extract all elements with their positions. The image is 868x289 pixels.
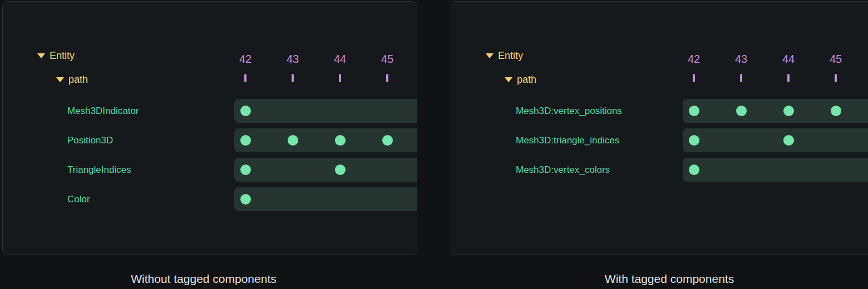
component-label[interactable]: Mesh3DIndicator	[67, 99, 139, 123]
tree-item-path[interactable]: path	[68, 74, 88, 86]
tree-item-entity[interactable]: Entity	[498, 50, 523, 62]
event-dot[interactable]	[831, 106, 841, 116]
timeline-tick-mark	[835, 74, 837, 82]
event-dot[interactable]	[736, 106, 747, 116]
timeline-tick-mark	[292, 74, 294, 82]
collapse-triangle-icon[interactable]	[56, 77, 64, 82]
timeline-tick-label[interactable]: 45	[830, 52, 842, 66]
event-density-bar[interactable]	[683, 99, 868, 123]
event-density-bar[interactable]	[234, 158, 417, 182]
event-dot[interactable]	[689, 106, 699, 116]
event-dot[interactable]	[335, 165, 346, 175]
event-dot[interactable]	[689, 135, 699, 146]
event-dot[interactable]	[240, 194, 251, 205]
tree-item-path[interactable]: path	[517, 74, 536, 86]
timeline-tick-label[interactable]: 45	[381, 52, 393, 66]
component-label[interactable]: TriangleIndices	[67, 158, 131, 182]
event-dot[interactable]	[240, 135, 251, 146]
timeline-tick-mark	[244, 74, 246, 82]
timeline-tick-label[interactable]: 43	[287, 52, 299, 66]
tree-item-entity[interactable]: Entity	[50, 50, 75, 62]
timeline-panel-with-tags: Entity path 42434445 Mesh3D:vertex_posit…	[451, 1, 868, 255]
event-dot[interactable]	[240, 106, 251, 116]
timeline-tick-mark	[386, 74, 388, 82]
component-label[interactable]: Position3D	[67, 128, 113, 152]
timeline-tick-mark	[740, 74, 742, 82]
event-dot[interactable]	[288, 135, 298, 146]
component-label[interactable]: Mesh3D:vertex_positions	[516, 99, 622, 123]
timeline-panel-without-tags: Entity path 42434445 Mesh3DIndicatorPosi…	[2, 1, 417, 255]
event-dot[interactable]	[689, 165, 699, 175]
collapse-triangle-icon[interactable]	[505, 77, 512, 82]
timeline-tick-label[interactable]: 44	[782, 52, 795, 66]
event-dot[interactable]	[335, 135, 346, 146]
figure-caption: Without tagged components	[131, 272, 277, 286]
event-dot[interactable]	[240, 165, 251, 175]
timeline-tick-mark	[787, 74, 790, 82]
figure-caption: With tagged components	[605, 272, 734, 286]
collapse-triangle-icon[interactable]	[486, 53, 494, 58]
event-dot[interactable]	[783, 106, 794, 116]
timeline-tick-label[interactable]: 43	[735, 52, 747, 66]
timeline-tick-label[interactable]: 42	[688, 52, 700, 66]
event-density-bar[interactable]	[234, 187, 417, 211]
component-label[interactable]: Color	[67, 187, 90, 211]
collapse-triangle-icon[interactable]	[37, 53, 45, 58]
timeline-tick-mark	[693, 74, 695, 82]
component-label[interactable]: Mesh3D:vertex_colors	[516, 158, 610, 182]
timeline-tick-label[interactable]: 42	[239, 52, 251, 66]
event-density-bar[interactable]	[683, 158, 868, 182]
event-dot[interactable]	[783, 135, 794, 146]
timeline-tick-mark	[339, 74, 341, 82]
event-density-bar[interactable]	[683, 128, 868, 152]
component-label[interactable]: Mesh3D:triangle_indices	[516, 128, 619, 152]
timeline-tick-label[interactable]: 44	[334, 52, 346, 66]
event-density-bar[interactable]	[234, 99, 417, 123]
event-dot[interactable]	[382, 135, 393, 146]
event-density-bar[interactable]	[234, 128, 417, 152]
